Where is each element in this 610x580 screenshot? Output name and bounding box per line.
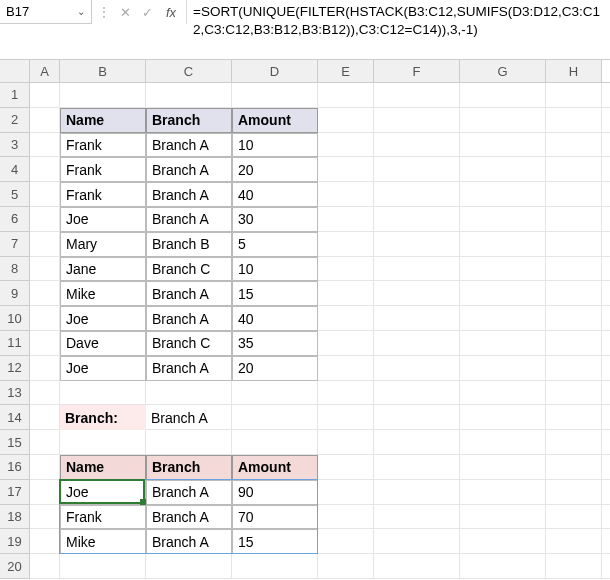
column-headers: A B C D E F G H [0,60,610,83]
col-header-C[interactable]: C [146,60,232,82]
table1-cell-name[interactable]: Mary [60,232,146,257]
table1-cell-amount[interactable]: 10 [232,133,318,158]
row-header-20[interactable]: 20 [0,554,30,579]
col-header-D[interactable]: D [232,60,318,82]
table1-cell-amount[interactable]: 40 [232,182,318,207]
table1-header-name[interactable]: Name [60,108,146,133]
table1-cell-amount[interactable]: 5 [232,232,318,257]
table1-cell-amount[interactable]: 35 [232,331,318,356]
table1-cell-branch[interactable]: Branch A [146,356,232,381]
table1-cell-name[interactable]: Mike [60,281,146,306]
table1-cell-branch[interactable]: Branch B [146,232,232,257]
filter-label[interactable]: Branch: [60,405,146,430]
chevron-down-icon[interactable]: ⌄ [77,6,85,17]
table1-cell-amount[interactable]: 15 [232,281,318,306]
table1-cell-name[interactable]: Joe [60,306,146,331]
row-header-1[interactable]: 1 [0,83,30,108]
table1-cell-name[interactable]: Dave [60,331,146,356]
table1-cell-branch[interactable]: Branch A [146,182,232,207]
row-header-2[interactable]: 2 [0,108,30,133]
row-header-4[interactable]: 4 [0,157,30,182]
table2-cell-name[interactable]: Mike [60,529,146,554]
col-header-F[interactable]: F [374,60,460,82]
formula-input[interactable]: =SORT(UNIQUE(FILTER(HSTACK(B3:C12,SUMIFS… [187,0,610,59]
table2-cell-branch[interactable]: Branch A [146,529,232,554]
row-header-18[interactable]: 18 [0,505,30,530]
formula-buttons: ⋮ ✕ ✓ fx [92,0,187,24]
separator-icon: ⋮ [96,5,112,19]
table1-cell-amount[interactable]: 30 [232,207,318,232]
table1-header-amount[interactable]: Amount [232,108,318,133]
row-header-5[interactable]: 5 [0,182,30,207]
row-header-11[interactable]: 11 [0,331,30,356]
row-headers: 1234567891011121314151617181920 [0,83,30,579]
table1-cell-name[interactable]: Joe [60,356,146,381]
confirm-icon[interactable]: ✓ [138,5,156,20]
table1-cell-branch[interactable]: Branch A [146,281,232,306]
filter-value[interactable]: Branch A [146,405,232,430]
table1-cell-branch[interactable]: Branch C [146,331,232,356]
table2-cell-amount[interactable]: 15 [232,529,318,554]
col-header-G[interactable]: G [460,60,546,82]
table1-cell-branch[interactable]: Branch A [146,306,232,331]
row-header-7[interactable]: 7 [0,232,30,257]
table1-cell-amount[interactable]: 20 [232,157,318,182]
table2-cell-branch[interactable]: Branch A [146,480,232,505]
row-header-16[interactable]: 16 [0,455,30,480]
row-header-13[interactable]: 13 [0,381,30,406]
spreadsheet: A B C D E F G H 123456789101112131415161… [0,60,610,579]
table1-cell-branch[interactable]: Branch C [146,257,232,282]
table1-cell-amount[interactable]: 10 [232,257,318,282]
table2-cell-name[interactable]: Joe [60,480,146,505]
fx-icon[interactable]: fx [160,5,182,20]
row-header-15[interactable]: 15 [0,430,30,455]
row-header-12[interactable]: 12 [0,356,30,381]
table1-cell-name[interactable]: Jane [60,257,146,282]
table1-cell-name[interactable]: Frank [60,182,146,207]
table1-cell-branch[interactable]: Branch A [146,133,232,158]
table2-header-branch[interactable]: Branch [146,455,232,480]
row-header-8[interactable]: 8 [0,257,30,282]
row-header-9[interactable]: 9 [0,281,30,306]
name-box[interactable]: B17 ⌄ [0,0,92,24]
select-all-corner[interactable] [0,60,30,82]
table2-cell-branch[interactable]: Branch A [146,505,232,530]
table1-header-branch[interactable]: Branch [146,108,232,133]
table1-cell-name[interactable]: Frank [60,133,146,158]
table2-header-amount[interactable]: Amount [232,455,318,480]
formula-bar: B17 ⌄ ⋮ ✕ ✓ fx =SORT(UNIQUE(FILTER(HSTAC… [0,0,610,60]
cells-area[interactable]: NameBranchAmountFrankBranch A10FrankBran… [30,83,610,579]
table2-cell-name[interactable]: Frank [60,505,146,530]
table1-cell-name[interactable]: Joe [60,207,146,232]
table1-cell-name[interactable]: Frank [60,157,146,182]
table2-cell-amount[interactable]: 70 [232,505,318,530]
row-header-19[interactable]: 19 [0,529,30,554]
row-header-17[interactable]: 17 [0,480,30,505]
table1-cell-branch[interactable]: Branch A [146,157,232,182]
col-header-E[interactable]: E [318,60,374,82]
cancel-icon[interactable]: ✕ [116,5,134,20]
row-header-14[interactable]: 14 [0,405,30,430]
row-header-6[interactable]: 6 [0,207,30,232]
col-header-A[interactable]: A [30,60,60,82]
table2-header-name[interactable]: Name [60,455,146,480]
table1-cell-amount[interactable]: 40 [232,306,318,331]
name-box-value: B17 [6,4,29,19]
row-header-3[interactable]: 3 [0,133,30,158]
col-header-H[interactable]: H [546,60,602,82]
col-header-B[interactable]: B [60,60,146,82]
table2-cell-amount[interactable]: 90 [232,480,318,505]
table1-cell-branch[interactable]: Branch A [146,207,232,232]
table1-cell-amount[interactable]: 20 [232,356,318,381]
row-header-10[interactable]: 10 [0,306,30,331]
